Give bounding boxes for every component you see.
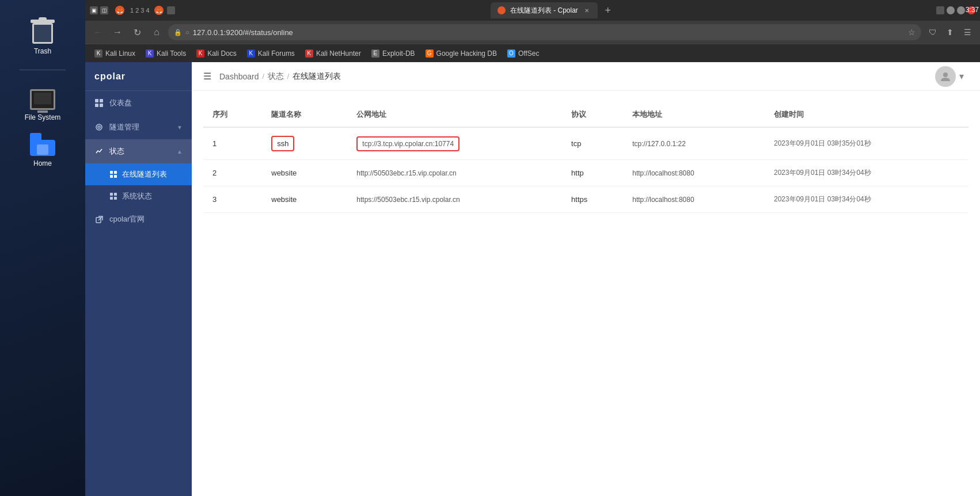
svg-rect-9 bbox=[114, 175, 117, 178]
user-dropdown-arrow[interactable]: ▾ bbox=[959, 71, 968, 82]
dashboard-icon bbox=[94, 98, 104, 108]
svg-point-4 bbox=[96, 124, 102, 130]
sidebar-online-tunnels-label: 在线隧道列表 bbox=[122, 169, 167, 180]
user-avatar[interactable] bbox=[935, 66, 956, 87]
kali-nethunter-icon: K bbox=[305, 49, 313, 58]
cell-created-at-2: 2023年09月01日 03时34分04秒 bbox=[765, 186, 968, 213]
svg-rect-12 bbox=[110, 197, 113, 200]
extensions-button[interactable]: 🛡 bbox=[925, 24, 941, 40]
browser-titlebar: ▣ ◫ 🦊 1 2 3 4 🦊 在线隧道列表 - Cpolar ✕ + bbox=[85, 0, 980, 21]
firefox-icon-small: 🦊 bbox=[115, 6, 124, 15]
svg-rect-2 bbox=[95, 104, 98, 107]
bookmark-exploit-db[interactable]: E Exploit-DB bbox=[367, 47, 420, 60]
cell-protocol-0: tcp bbox=[562, 127, 623, 160]
cell-name-1: website bbox=[262, 160, 347, 186]
forward-button[interactable]: → bbox=[109, 24, 126, 40]
bookmark-kali-linux[interactable]: K Kali Linux bbox=[90, 47, 140, 60]
google-hacking-icon: G bbox=[426, 49, 434, 58]
desktop-icon-trash[interactable]: Trash bbox=[20, 17, 66, 55]
svg-rect-8 bbox=[110, 175, 113, 178]
breadcrumb-dashboard[interactable]: Dashboard bbox=[219, 72, 259, 81]
tab-favicon bbox=[497, 6, 506, 14]
bookmark-star-icon[interactable]: ☆ bbox=[908, 28, 916, 37]
exploit-db-icon: E bbox=[371, 49, 379, 58]
tab-label: 在线隧道列表 - Cpolar bbox=[510, 6, 578, 16]
share-button[interactable]: ⬆ bbox=[942, 24, 958, 40]
address-lock-icon: 🔒 bbox=[174, 29, 182, 36]
wc-btn-3[interactable] bbox=[957, 6, 965, 14]
browser-toolbar: ← → ↻ ⌂ 🔒 ○ 127.0.0.1:9200/#/status/onli… bbox=[85, 21, 980, 44]
sidebar-status-label: 状态 bbox=[109, 146, 171, 157]
sidebar-item-status[interactable]: 状态 ▲ bbox=[85, 139, 192, 163]
svg-rect-0 bbox=[95, 99, 98, 102]
cell-created-at-1: 2023年09月01日 03时34分04秒 bbox=[765, 160, 968, 186]
reload-button[interactable]: ↻ bbox=[129, 24, 145, 40]
svg-rect-10 bbox=[110, 193, 113, 196]
svg-point-5 bbox=[98, 126, 100, 128]
sidebar-sub-online-tunnels[interactable]: 在线隧道列表 bbox=[85, 163, 192, 185]
offsec-icon: O bbox=[507, 49, 515, 58]
trash-icon bbox=[31, 17, 55, 44]
sidebar-tunnel-mgmt-label: 隧道管理 bbox=[109, 122, 171, 132]
svg-point-16 bbox=[943, 73, 948, 77]
bookmark-google-hacking-label: Google Hacking DB bbox=[436, 49, 497, 58]
menu-toggle-icon[interactable]: ☰ bbox=[203, 71, 211, 82]
address-bar[interactable]: 🔒 ○ 127.0.0.1:9200/#/status/online ☆ bbox=[168, 24, 921, 40]
status-icon bbox=[94, 147, 104, 156]
sidebar-item-tunnel-mgmt[interactable]: 隧道管理 ▼ bbox=[85, 115, 192, 139]
toolbar-actions: 🛡 ⬆ ☰ bbox=[925, 24, 975, 40]
breadcrumb-status[interactable]: 状态 bbox=[268, 71, 284, 82]
tab-close-button[interactable]: ✕ bbox=[583, 6, 591, 14]
bookmark-kali-forums[interactable]: K Kali Forums bbox=[242, 47, 299, 60]
sidebar-item-dashboard[interactable]: 仪表盘 bbox=[85, 91, 192, 115]
external-link-icon bbox=[94, 215, 104, 224]
tunnels-table: 序列 隧道名称 公网地址 协议 本地地址 创建时间 1sshtcp://3.tc… bbox=[203, 102, 968, 213]
bookmark-kali-linux-label: Kali Linux bbox=[105, 49, 135, 58]
wc-minimize[interactable] bbox=[936, 6, 944, 14]
cell-local-addr-2: http://localhost:8080 bbox=[623, 186, 765, 213]
home-label: Home bbox=[33, 159, 52, 167]
sidebar-sub-system-status[interactable]: 系统状态 bbox=[85, 185, 192, 207]
desktop-icon-filesystem[interactable]: File System bbox=[20, 85, 66, 121]
bookmark-kali-tools[interactable]: K Kali Tools bbox=[141, 47, 191, 60]
bookmark-kali-docs[interactable]: K Kali Docs bbox=[192, 47, 241, 60]
bookmark-google-hacking[interactable]: G Google Hacking DB bbox=[421, 47, 502, 60]
svg-rect-11 bbox=[114, 193, 117, 196]
kali-forums-icon: K bbox=[247, 49, 255, 58]
cell-protocol-1: http bbox=[562, 160, 623, 186]
address-text: 127.0.0.1:9200/#/status/online bbox=[193, 28, 905, 37]
menu-button[interactable]: ☰ bbox=[959, 24, 975, 40]
taskbar-icon-1[interactable]: ▣ bbox=[90, 6, 98, 14]
sidebar-item-cpolar-website[interactable]: cpolar官网 bbox=[85, 207, 192, 231]
kali-docs-icon: K bbox=[196, 49, 204, 58]
home-icon bbox=[30, 133, 55, 156]
browser-tab-cpolar[interactable]: 在线隧道列表 - Cpolar ✕ bbox=[491, 2, 598, 18]
taskbar-icon-2[interactable]: ◫ bbox=[100, 6, 108, 14]
home-button[interactable]: ⌂ bbox=[149, 24, 165, 40]
window-icon bbox=[167, 6, 175, 14]
system-time: 3:37 bbox=[966, 6, 979, 14]
desktop-icon-home[interactable]: Home bbox=[20, 133, 66, 167]
cell-name-0: ssh bbox=[262, 127, 347, 160]
col-header-public-addr: 公网地址 bbox=[347, 102, 562, 127]
sidebar: cpolar 仪表盘 bbox=[85, 62, 192, 496]
bookmarks-bar: K Kali Linux K Kali Tools K Kali Docs K … bbox=[85, 44, 980, 62]
wc-btn-2[interactable] bbox=[947, 6, 955, 14]
new-tab-button[interactable]: + bbox=[600, 2, 616, 18]
back-button[interactable]: ← bbox=[90, 24, 106, 40]
bookmark-offsec[interactable]: O OffSec bbox=[503, 47, 544, 60]
desktop: Trash File System Home bbox=[0, 0, 85, 496]
cell-local-addr-1: http://localhost:8080 bbox=[623, 160, 765, 186]
system-tray: 3:37 bbox=[966, 6, 979, 14]
col-header-protocol: 协议 bbox=[562, 102, 623, 127]
cell-protocol-2: https bbox=[562, 186, 623, 213]
svg-rect-6 bbox=[110, 171, 113, 174]
filesystem-icon bbox=[30, 85, 55, 110]
col-header-name: 隧道名称 bbox=[262, 102, 347, 127]
sidebar-dashboard-label: 仪表盘 bbox=[109, 98, 183, 108]
cell-local-addr-0: tcp://127.0.0.1:22 bbox=[623, 127, 765, 160]
trash-label: Trash bbox=[34, 47, 51, 55]
bookmark-kali-nethunter[interactable]: K Kali NetHunter bbox=[301, 47, 366, 60]
col-header-seq: 序列 bbox=[203, 102, 262, 127]
svg-rect-1 bbox=[100, 99, 103, 102]
